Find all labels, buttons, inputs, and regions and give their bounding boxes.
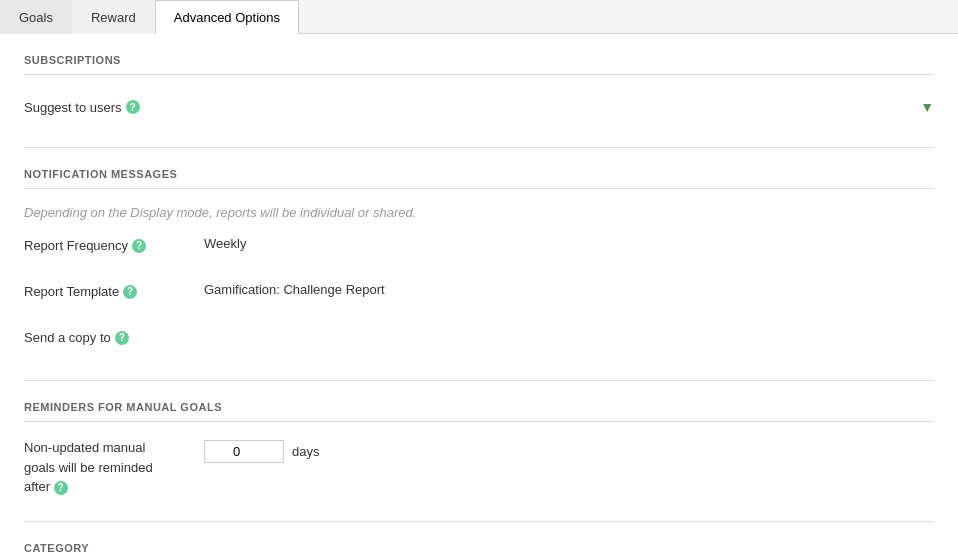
divider-2 bbox=[24, 380, 934, 381]
report-frequency-label: Report Frequency ? bbox=[24, 236, 204, 253]
suggest-dropdown-arrow[interactable]: ▼ bbox=[920, 99, 934, 115]
reminders-header: REMINDERS FOR MANUAL GOALS bbox=[24, 401, 934, 422]
notification-description: Depending on the Display mode, reports w… bbox=[24, 205, 934, 220]
report-frequency-label-text: Report Frequency bbox=[24, 238, 128, 253]
reminder-label-line2: goals will be reminded bbox=[24, 460, 153, 475]
report-template-help-icon[interactable]: ? bbox=[123, 285, 137, 299]
report-frequency-row: Report Frequency ? Weekly bbox=[24, 236, 934, 264]
divider-3 bbox=[24, 521, 934, 522]
report-frequency-help-icon[interactable]: ? bbox=[132, 239, 146, 253]
notification-section: NOTIFICATION MESSAGES Depending on the D… bbox=[24, 168, 934, 356]
subscriptions-section: SUBSCRIPTIONS Suggest to users ? ▼ bbox=[24, 54, 934, 123]
tab-goals[interactable]: Goals bbox=[0, 0, 72, 34]
send-copy-row: Send a copy to ? bbox=[24, 328, 934, 356]
report-template-row: Report Template ? Gamification: Challeng… bbox=[24, 282, 934, 310]
content-area: SUBSCRIPTIONS Suggest to users ? ▼ NOTIF… bbox=[0, 34, 958, 559]
divider-1 bbox=[24, 147, 934, 148]
reminder-label: Non-updated manual goals will be reminde… bbox=[24, 438, 204, 497]
category-section: CATEGORY Appears in ? Human Resources / … bbox=[24, 542, 934, 560]
reminder-label-line1: Non-updated manual bbox=[24, 440, 145, 455]
reminder-help-icon[interactable]: ? bbox=[54, 481, 68, 495]
reminder-value: days bbox=[204, 438, 319, 463]
send-copy-label: Send a copy to ? bbox=[24, 328, 204, 345]
suggest-help-icon[interactable]: ? bbox=[126, 100, 140, 114]
subscriptions-header: SUBSCRIPTIONS bbox=[24, 54, 934, 75]
report-template-label: Report Template ? bbox=[24, 282, 204, 299]
send-copy-label-text: Send a copy to bbox=[24, 330, 111, 345]
reminder-days-input[interactable] bbox=[204, 440, 284, 463]
notification-header: NOTIFICATION MESSAGES bbox=[24, 168, 934, 189]
report-frequency-value: Weekly bbox=[204, 236, 934, 251]
report-template-label-text: Report Template bbox=[24, 284, 119, 299]
report-template-value: Gamification: Challenge Report bbox=[204, 282, 934, 297]
suggest-label: Suggest to users ? bbox=[24, 100, 140, 115]
reminder-label-line3: after bbox=[24, 479, 50, 494]
reminder-days-unit: days bbox=[292, 444, 319, 459]
suggest-label-text: Suggest to users bbox=[24, 100, 122, 115]
tab-reward[interactable]: Reward bbox=[72, 0, 155, 34]
send-copy-help-icon[interactable]: ? bbox=[115, 331, 129, 345]
reminders-section: REMINDERS FOR MANUAL GOALS Non-updated m… bbox=[24, 401, 934, 497]
category-header: CATEGORY bbox=[24, 542, 934, 560]
reminder-row: Non-updated manual goals will be reminde… bbox=[24, 438, 934, 497]
tab-bar: Goals Reward Advanced Options bbox=[0, 0, 958, 34]
suggest-row: Suggest to users ? ▼ bbox=[24, 91, 934, 123]
tab-advanced-options[interactable]: Advanced Options bbox=[155, 0, 299, 34]
